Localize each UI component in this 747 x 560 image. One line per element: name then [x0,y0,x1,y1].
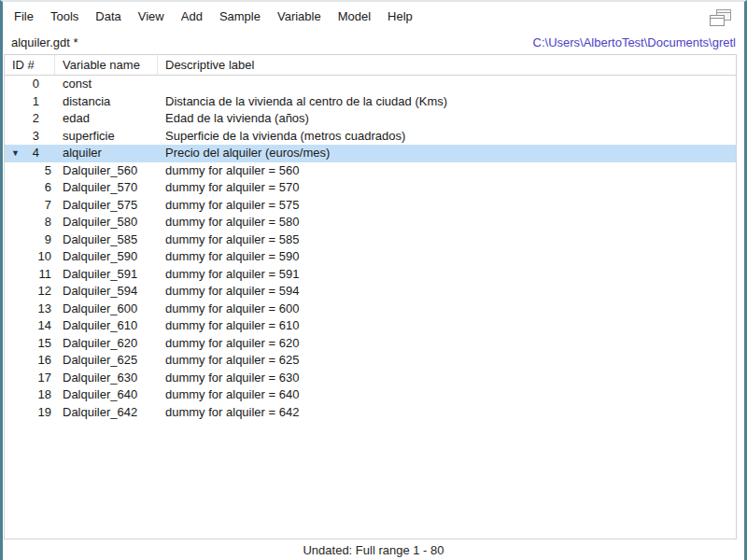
row-variable-name: Dalquiler_594 [55,283,158,301]
expander-triangle-icon[interactable]: ▼ [11,146,20,161]
menu-item[interactable]: Model [330,7,379,26]
menu-item[interactable]: Variable [269,7,330,26]
row-id-cell: ▼ 2 [5,110,55,128]
row-id-cell: ▼ 10 [5,248,55,266]
row-id-cell: ▼ 14 [5,317,55,335]
row-id: 0 [33,77,39,91]
row-variable-name: Dalquiler_610 [55,317,158,335]
row-id: 8 [45,215,51,229]
row-id: 14 [38,318,51,332]
menu-item[interactable]: Data [87,7,129,26]
windows-menu-button[interactable] [707,7,734,30]
row-id: 19 [38,405,51,419]
row-descriptive-label [158,76,736,93]
table-row[interactable]: ▼ 9 Dalquiler_585 dummy for alquiler = 5… [5,231,736,249]
row-variable-name: Dalquiler_640 [55,386,158,404]
menu-item[interactable]: Add [173,7,211,26]
row-id-cell: ▼ 12 [5,283,55,301]
table-row[interactable]: ▼ 8 Dalquiler_580 dummy for alquiler = 5… [5,214,736,231]
row-variable-name: const [55,76,158,93]
table-row[interactable]: ▼ 2 edad Edad de la vivienda (años) [5,110,736,128]
menu-item[interactable]: File [6,7,42,26]
row-id-cell: ▼ 16 [5,352,55,370]
row-variable-name: superficie [55,128,158,146]
row-variable-name: Dalquiler_575 [55,197,158,215]
menu-item[interactable]: Help [379,7,421,26]
table-row[interactable]: ▼ 3 superficie Superficie de la vivienda… [5,128,736,146]
list-header: ID # Variable name Descriptive label [5,55,736,76]
table-row[interactable]: ▼ 11 Dalquiler_591 dummy for alquiler = … [5,266,736,284]
row-variable-name: Dalquiler_630 [55,370,158,387]
row-variable-name: alquiler [55,145,158,162]
menu-bar: File Tools Data View Add Sample Variable… [3,2,744,30]
row-variable-name: Dalquiler_591 [55,266,158,284]
working-directory-path[interactable]: C:\Users\AlbertoTest\Documents\gretl [533,35,736,49]
row-id: 3 [33,129,39,143]
row-descriptive-label: dummy for alquiler = 642 [158,404,736,422]
row-descriptive-label: dummy for alquiler = 570 [158,179,736,197]
row-descriptive-label: dummy for alquiler = 560 [158,162,736,180]
row-id: 15 [38,336,51,350]
row-id: 2 [33,111,39,125]
table-row[interactable]: ▼ 17 Dalquiler_630 dummy for alquiler = … [5,370,736,387]
row-id-cell: ▼ 9 [5,231,55,249]
row-id: 11 [39,267,52,281]
row-descriptive-label: Edad de la vivienda (años) [158,110,736,128]
row-id: 10 [38,249,51,263]
row-id-cell: ▼ 1 [5,93,55,111]
row-id: 6 [45,180,51,194]
table-row[interactable]: ▼ 14 Dalquiler_610 dummy for alquiler = … [5,317,736,335]
row-descriptive-label: Distancia de la vivienda al centro de la… [158,93,736,111]
menu-item[interactable]: View [130,7,173,26]
row-id: 18 [38,387,51,401]
table-row[interactable]: ▼ 19 Dalquiler_642 dummy for alquiler = … [5,404,736,422]
table-row[interactable]: ▼ 6 Dalquiler_570 dummy for alquiler = 5… [5,179,736,197]
row-variable-name: Dalquiler_570 [55,179,158,197]
row-id-cell: ▼ 3 [5,128,55,146]
table-row[interactable]: ▼ 5 Dalquiler_560 dummy for alquiler = 5… [5,162,736,180]
row-descriptive-label: dummy for alquiler = 580 [158,214,736,231]
cascade-windows-icon [709,8,732,28]
menu-item[interactable]: Sample [211,7,269,26]
row-variable-name: Dalquiler_590 [55,248,158,266]
row-id-cell: ▼ 6 [5,179,55,197]
row-id-cell: ▼ 19 [5,404,55,422]
menu-item[interactable]: Tools [42,7,87,26]
row-variable-name: Dalquiler_642 [55,404,158,422]
row-id-cell: ▼ 8 [5,214,55,231]
row-variable-name: Dalquiler_580 [55,214,158,231]
table-row[interactable]: ▼ 1 distancia Distancia de la vivienda a… [5,93,736,111]
table-row[interactable]: ▼ 10 Dalquiler_590 dummy for alquiler = … [5,248,736,266]
row-variable-name: Dalquiler_625 [55,352,158,370]
row-id-cell: ▼ 0 [5,76,55,93]
variables-list-body: ▼ 0 const ▼ 1 distancia Distancia de la … [5,76,736,421]
row-id: 13 [38,301,51,315]
row-descriptive-label: dummy for alquiler = 585 [158,231,736,249]
row-descriptive-label: dummy for alquiler = 610 [158,317,736,335]
table-row[interactable]: ▼ 15 Dalquiler_620 dummy for alquiler = … [5,335,736,353]
column-header-descriptive-label: Descriptive label [158,55,736,75]
row-id: 5 [45,163,51,177]
row-variable-name: Dalquiler_560 [55,162,158,180]
table-row[interactable]: ▼ 7 Dalquiler_575 dummy for alquiler = 5… [5,197,736,215]
row-id: 1 [33,94,39,108]
row-descriptive-label: Superficie de la vivienda (metros cuadra… [158,128,736,146]
row-id-cell: ▼ 5 [5,162,55,180]
table-row[interactable]: ▼ 13 Dalquiler_600 dummy for alquiler = … [5,301,736,318]
row-id-cell: ▼ 11 [5,266,55,284]
row-descriptive-label: Precio del alquiler (euros/mes) [158,145,736,162]
row-variable-name: Dalquiler_585 [55,231,158,249]
row-id: 17 [38,371,51,385]
table-row[interactable]: ▼ 12 Dalquiler_594 dummy for alquiler = … [5,283,736,301]
row-id-cell: ▼ 18 [5,386,55,404]
row-variable-name: Dalquiler_600 [55,301,158,318]
row-descriptive-label: dummy for alquiler = 620 [158,335,736,353]
row-descriptive-label: dummy for alquiler = 575 [158,197,736,215]
table-row[interactable]: ▼ 16 Dalquiler_625 dummy for alquiler = … [5,352,736,370]
table-row[interactable]: ▼ 18 Dalquiler_640 dummy for alquiler = … [5,386,736,404]
table-row[interactable]: ▼ 4 alquiler Precio del alquiler (euros/… [5,145,736,162]
table-row[interactable]: ▼ 0 const [5,76,736,93]
gretl-main-window: File Tools Data View Add Sample Variable… [0,0,747,560]
title-bar: alquiler.gdt * C:\Users\AlbertoTest\Docu… [3,30,744,54]
row-variable-name: edad [55,110,158,128]
